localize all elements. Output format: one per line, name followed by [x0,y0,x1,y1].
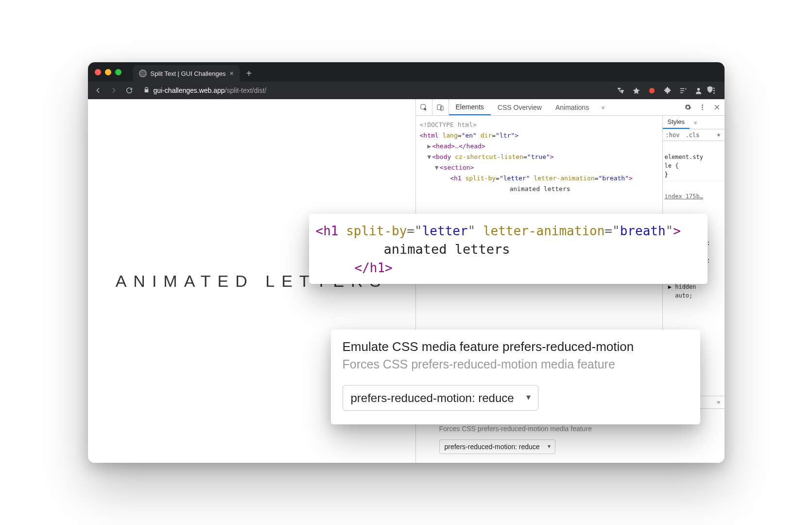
svg-point-0 [649,88,655,93]
devtools-close-icon[interactable] [710,99,725,115]
element-style-selector: element.sty le { [665,154,703,169]
cls-toggle[interactable]: .cls [682,132,702,139]
extension-icon[interactable] [647,87,657,95]
hov-toggle[interactable]: :hov [663,132,683,139]
url-path: /split-text/dist/ [225,87,267,94]
stylesheet-link[interactable]: index 175b… [665,193,703,200]
devtools-menu-icon[interactable] [695,99,710,115]
reload-button[interactable] [124,87,135,94]
window-controls [95,62,129,82]
svg-point-3 [713,90,715,91]
inspect-element-icon[interactable] [416,99,432,115]
svg-point-9 [702,106,703,108]
more-tabs-chevron-icon[interactable] [596,99,610,115]
overlay-h1-text: animated letters [316,240,701,259]
svg-point-4 [713,92,715,94]
close-window-button[interactable] [95,69,101,75]
address-bar[interactable]: gui-challenges.web.app/split-text/dist/ [139,87,611,94]
overlay-code-snippet: <h1 split-by="letter" letter-animation="… [309,214,708,284]
overlay-h1-close: </h1> [355,261,393,275]
overlay-rendering-drawer: Emulate CSS media feature prefers-reduce… [331,330,700,424]
dom-doctype: <!DOCTYPE html> [420,121,477,128]
fullscreen-window-button[interactable] [115,69,121,75]
tab-animations[interactable]: Animations [549,99,596,115]
devtools-tabbar: Elements CSS Overview Animations [416,99,725,116]
dom-h1-text: animated letters [420,184,660,194]
overlay-render-title: Emulate CSS media feature prefers-reduce… [343,339,689,354]
styles-more-chevron-icon[interactable] [690,116,701,129]
svg-point-2 [713,88,715,89]
tab-elements[interactable]: Elements [449,99,491,115]
translate-icon[interactable] [616,87,626,95]
reading-list-icon[interactable] [678,87,689,95]
tab-styles[interactable]: Styles [663,116,690,129]
new-tab-button[interactable]: + [243,65,255,82]
new-style-rule-button[interactable]: + [713,132,724,139]
tab-css-overview[interactable]: CSS Overview [491,99,549,115]
tab-favicon [139,70,147,77]
minimize-window-button[interactable] [105,69,111,75]
tab-strip: Split Text | GUI Challenges × + [88,62,725,82]
svg-point-10 [702,109,703,110]
prefers-reduced-motion-select[interactable]: prefers-reduced-motion: reduce [439,439,555,454]
lock-icon [143,87,150,94]
svg-point-1 [697,88,700,90]
devtools-settings-icon[interactable] [681,99,695,115]
shield-icon[interactable] [706,86,714,93]
browser-window: Split Text | GUI Challenges × + gui-chal… [88,62,725,463]
svg-point-8 [702,105,703,106]
overlay-prefers-reduced-motion-select[interactable]: prefers-reduced-motion: reduce [343,385,538,411]
styles-tabbar: Styles [663,116,725,129]
browser-tab[interactable]: Split Text | GUI Challenges × [133,65,240,82]
forward-button[interactable] [108,87,119,94]
tab-title: Split Text | GUI Challenges [151,70,226,77]
styles-filter-row: :hov .cls + [663,129,725,141]
browser-toolbar: gui-challenges.web.app/split-text/dist/ [88,82,725,99]
overlay-render-sub: Forces CSS prefers-reduced-motion media … [343,357,689,371]
extensions-puzzle-icon[interactable] [662,87,673,95]
device-toggle-icon[interactable] [432,99,449,115]
drawer-subtitle: Forces CSS prefers-reduced-motion media … [439,425,701,433]
close-tab-icon[interactable]: × [229,70,233,77]
url-host: gui-challenges.web.app [154,87,225,94]
back-button[interactable] [93,87,104,94]
bookmark-icon[interactable] [631,87,642,95]
profile-avatar[interactable] [693,87,704,95]
